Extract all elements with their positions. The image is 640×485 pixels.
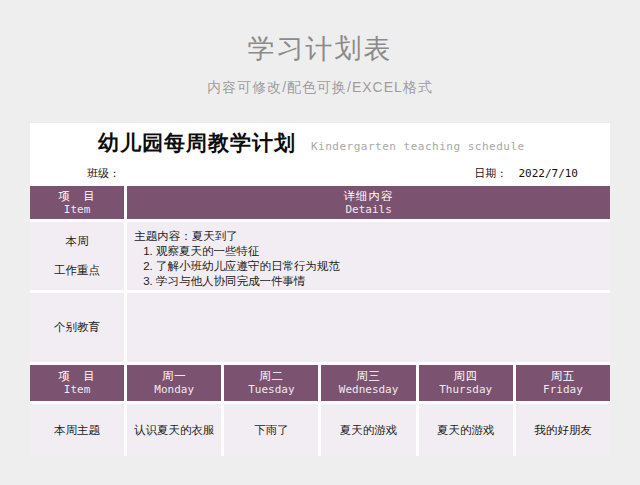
theme-content-line: 主题内容：夏天到了 (134, 229, 602, 244)
week-header-item-en: Item (64, 383, 91, 397)
week-header-friday-zh: 周五 (550, 369, 575, 383)
header-item-zh: 项 目 (58, 189, 96, 203)
theme-item-1: 1. 观察夏天的一些特征 (134, 244, 602, 259)
week-header-friday: 周五 Friday (516, 365, 610, 401)
week-header-item: 项 目 Item (30, 365, 124, 401)
details-table-header-item: 项 目 Item (30, 186, 124, 219)
header-item-en: Item (64, 203, 91, 217)
card-title-english: Kindergarten teaching schedule (311, 140, 525, 153)
weekly-focus-label-line2: 工作重点 (54, 263, 100, 278)
week-header-thursday: 周四 Thursday (419, 365, 513, 401)
week-header-wednesday-zh: 周三 (356, 369, 381, 383)
week-cell-tuesday: 下雨了 (224, 404, 318, 456)
page-header: 学习计划表 内容可修改/配色可换/EXCEL格式 (0, 0, 640, 96)
schedule-card: 幼儿园每周教学计划 Kindergarten teaching schedule… (30, 123, 610, 456)
card-title-row: 幼儿园每周教学计划 Kindergarten teaching schedule (98, 129, 525, 157)
card-header: 幼儿园每周教学计划 Kindergarten teaching schedule… (30, 123, 610, 186)
week-header-tuesday-en: Tuesday (248, 383, 294, 397)
individual-education-content (127, 293, 610, 362)
date-group: 日期： 2022/7/10 (472, 166, 578, 181)
week-header-tuesday: 周二 Tuesday (224, 365, 318, 401)
header-details-en: Details (345, 203, 391, 217)
card-title: 幼儿园每周教学计划 (98, 129, 296, 157)
week-header-monday-en: Monday (154, 383, 194, 397)
week-header-monday: 周一 Monday (127, 365, 221, 401)
week-header-thursday-en: Thursday (439, 383, 492, 397)
page-title: 学习计划表 (0, 0, 640, 64)
weekly-focus-content: 主题内容：夏天到了 1. 观察夏天的一些特征 2. 了解小班幼儿应遵守的日常行为… (127, 222, 610, 290)
header-details-zh: 详细内容 (344, 189, 394, 203)
week-table: 项 目 Item 周一 Monday 周二 Tuesday 周三 Wednesd… (30, 365, 610, 456)
date-label: 日期： (474, 167, 507, 179)
week-header-tuesday-zh: 周二 (259, 369, 284, 383)
details-table: 项 目 Item 详细内容 Details 本周 工作重点 主题内容：夏天到了 … (30, 186, 610, 362)
details-table-header-details: 详细内容 Details (127, 186, 610, 219)
week-cell-wednesday: 夏天的游戏 (321, 404, 415, 456)
page-subtitle: 内容可修改/配色可换/EXCEL格式 (0, 78, 640, 96)
week-cell-friday: 我的好朋友 (516, 404, 610, 456)
date-value: 2022/7/10 (518, 167, 578, 180)
weekly-focus-label-line1: 本周 (66, 234, 89, 249)
theme-item-2: 2. 了解小班幼儿应遵守的日常行为规范 (134, 259, 602, 274)
individual-education-label: 个别教育 (54, 320, 100, 335)
week-cell-monday: 认识夏天的衣服 (127, 404, 221, 456)
class-label: 班级： (87, 166, 120, 181)
week-header-thursday-zh: 周四 (453, 369, 478, 383)
card-meta-row: 班级： 日期： 2022/7/10 (87, 166, 578, 181)
week-header-monday-zh: 周一 (162, 369, 187, 383)
theme-item-3: 3. 学习与他人协同完成一件事情 (134, 274, 602, 289)
week-header-wednesday-en: Wednesday (339, 383, 399, 397)
week-header-friday-en: Friday (543, 383, 583, 397)
week-row-label: 本周主题 (30, 404, 124, 456)
week-cell-thursday: 夏天的游戏 (419, 404, 513, 456)
week-header-item-zh: 项 目 (58, 369, 96, 383)
row-label-weekly-focus: 本周 工作重点 (30, 222, 124, 290)
week-header-wednesday: 周三 Wednesday (321, 365, 415, 401)
row-label-individual-education: 个别教育 (30, 293, 124, 362)
